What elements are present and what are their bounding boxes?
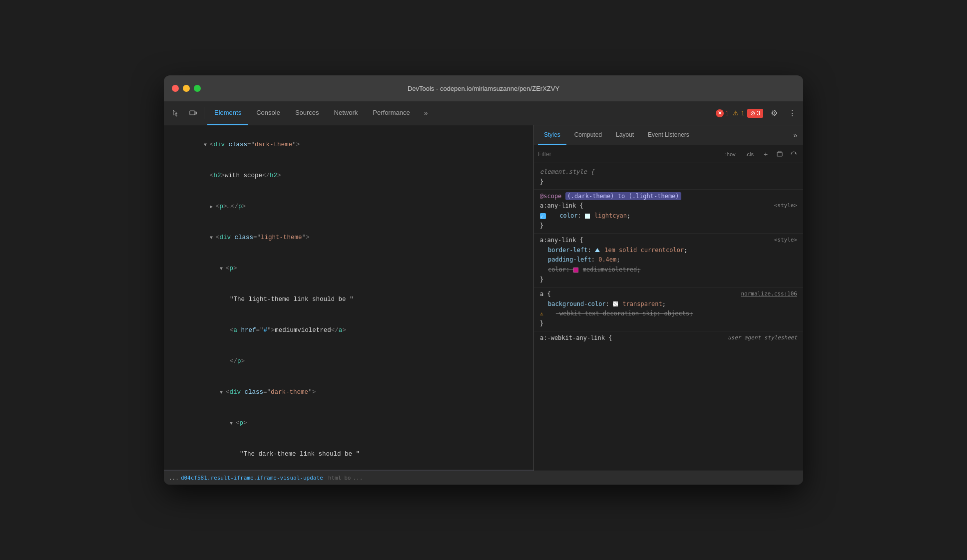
error-count: 1	[725, 110, 729, 117]
error-icon: ✕	[716, 109, 724, 117]
css-source-normalize[interactable]: normalize.css:106	[741, 289, 797, 298]
css-selector-line[interactable]: a { normalize.css:106	[540, 289, 797, 299]
css-property-border[interactable]: border-left: 1em solid currentcolor;	[540, 246, 797, 256]
tab-network[interactable]: Network	[327, 101, 365, 125]
minimize-button[interactable]	[183, 85, 190, 92]
styles-tabs: Styles Computed Layout Event Listeners »	[534, 125, 803, 145]
triangle-icon: ▶	[210, 204, 216, 210]
print-icon	[776, 151, 783, 158]
dom-line[interactable]: "The dark-theme link should be "	[164, 439, 533, 470]
breadcrumb-dots: ...	[169, 475, 179, 481]
scope-highlight: (.dark-theme) to (.light-theme)	[565, 192, 681, 200]
styles-more-tabs[interactable]: »	[791, 126, 799, 145]
sources-tab-label: Sources	[295, 109, 319, 116]
error-badge-button[interactable]: ✕ 1	[716, 109, 729, 117]
device-toolbar-button[interactable]	[185, 105, 201, 121]
blocked-icon: ⊘	[750, 110, 755, 117]
gear-icon: ⚙	[771, 108, 778, 118]
breadcrumb-path[interactable]: d04cf581.result-iframe.iframe-visual-upd…	[181, 475, 323, 481]
main-content: ▼ <div class="dark-theme"> <h2>with scop…	[164, 125, 803, 471]
refresh-styles-button[interactable]	[788, 149, 799, 160]
css-property-padding[interactable]: padding-left: 0.4em;	[540, 255, 797, 265]
toggle-print-media-button[interactable]	[774, 149, 785, 160]
border-indicator	[595, 248, 600, 252]
close-button[interactable]	[172, 85, 179, 92]
hov-label: :hov	[725, 151, 736, 157]
tab-layout[interactable]: Layout	[610, 126, 640, 145]
color-swatch[interactable]	[585, 214, 590, 219]
css-rule-normalize: a { normalize.css:106 background-color: …	[534, 287, 803, 331]
dom-line[interactable]: ▼ <div class="light-theme">	[164, 222, 533, 253]
css-close-brace: }	[540, 177, 797, 187]
maximize-button[interactable]	[194, 85, 201, 92]
menu-button[interactable]: ⋮	[785, 106, 799, 120]
computed-tab-label: Computed	[574, 131, 602, 138]
breadcrumb-separator: html	[328, 475, 342, 481]
tab-computed[interactable]: Computed	[568, 126, 608, 145]
css-rules: element.style { } @scope (.dark-theme) t…	[534, 163, 803, 471]
css-property-bg[interactable]: background-color: transparent;	[540, 299, 797, 309]
dom-line[interactable]: ▶ <p>…</p>	[164, 191, 533, 222]
dom-line[interactable]: "The light-theme link should be "	[164, 284, 533, 315]
filter-input[interactable]	[538, 151, 719, 158]
add-icon: +	[764, 150, 768, 158]
dots-icon: ⋮	[788, 108, 796, 118]
css-rule-any-link: a:any-link { <style> border-left: 1em so…	[534, 234, 803, 287]
devtools-window: DevTools - codepen.io/miriamsuzanne/pen/…	[164, 75, 803, 485]
property-checkbox[interactable]	[540, 213, 546, 219]
cls-filter-button[interactable]: .cls	[742, 150, 758, 159]
css-source-link[interactable]: <style>	[774, 236, 797, 245]
css-source-link[interactable]: <style>	[774, 201, 797, 210]
css-selector-line[interactable]: a:any-link { <style>	[540, 236, 797, 246]
css-property-color-strikethrough[interactable]: color: mediumvioletred;	[540, 265, 797, 275]
css-selector-line[interactable]: element.style {	[540, 167, 797, 177]
dom-line[interactable]: ▼ <div class="dark-theme">	[164, 129, 533, 160]
scope-line[interactable]: @scope (.dark-theme) to (.light-theme)	[540, 192, 797, 202]
tab-sources[interactable]: Sources	[288, 101, 326, 125]
device-icon	[189, 109, 197, 117]
hov-filter-button[interactable]: :hov	[722, 150, 739, 159]
settings-button[interactable]: ⚙	[766, 105, 782, 121]
tab-event-listeners[interactable]: Event Listeners	[642, 126, 695, 145]
css-rule-scope: @scope (.dark-theme) to (.light-theme) a…	[534, 190, 803, 234]
triangle-icon: ▼	[204, 142, 210, 148]
css-rule-element-style: element.style { }	[534, 165, 803, 190]
layout-tab-label: Layout	[616, 131, 634, 138]
css-close-brace: }	[540, 221, 797, 231]
refresh-icon	[790, 151, 797, 158]
add-style-button[interactable]: +	[760, 149, 771, 160]
dom-line[interactable]: ▼ <p>	[164, 408, 533, 439]
dom-line[interactable]: <h2>with scope</h2>	[164, 160, 533, 191]
dom-line[interactable]: ▼ <p>	[164, 253, 533, 284]
dom-line[interactable]: <a href="#">mediumvioletred</a>	[164, 315, 533, 346]
svg-rect-0	[190, 111, 195, 115]
main-toolbar: Elements Console Sources Network Perform…	[164, 101, 803, 125]
transparent-swatch[interactable]	[613, 301, 618, 306]
more-tabs-icon: »	[793, 131, 797, 139]
elements-tab-label: Elements	[214, 109, 241, 116]
css-close-brace: }	[540, 275, 797, 285]
breadcrumb-more: bo	[344, 475, 351, 481]
dom-line[interactable]: ▼ <div class="dark-theme">	[164, 377, 533, 408]
styles-panel: Styles Computed Layout Event Listeners »	[533, 125, 803, 471]
blocked-badge-button[interactable]: ⊘ 3	[747, 109, 763, 118]
triangle-icon: ▼	[220, 266, 226, 272]
tab-elements[interactable]: Elements	[207, 101, 248, 125]
css-rule-webkit-any-link: a:-webkit-any-link { user agent styleshe…	[534, 331, 803, 345]
styles-tab-label: Styles	[544, 131, 560, 138]
color-swatch[interactable]	[573, 268, 578, 273]
css-property-webkit-strikethrough[interactable]: ⚠ -webkit-text-decoration-skip: objects;	[540, 309, 797, 319]
dom-line[interactable]: </p>	[164, 346, 533, 377]
tab-styles[interactable]: Styles	[538, 126, 566, 145]
css-selector-line[interactable]: a:-webkit-any-link { user agent styleshe…	[540, 333, 797, 343]
css-selector-line[interactable]: a:any-link { <style>	[540, 201, 797, 211]
titlebar: DevTools - codepen.io/miriamsuzanne/pen/…	[164, 75, 803, 101]
css-property-line[interactable]: color: lightcyan;	[540, 211, 797, 221]
tab-console[interactable]: Console	[249, 101, 287, 125]
more-tabs-button[interactable]: »	[418, 105, 434, 121]
tab-performance[interactable]: Performance	[366, 101, 417, 125]
inspect-element-button[interactable]	[168, 105, 184, 121]
breadcrumb-ellipsis: ...	[353, 475, 363, 481]
svg-rect-1	[195, 112, 197, 114]
warn-badge-button[interactable]: ⚠ 1	[732, 109, 745, 117]
